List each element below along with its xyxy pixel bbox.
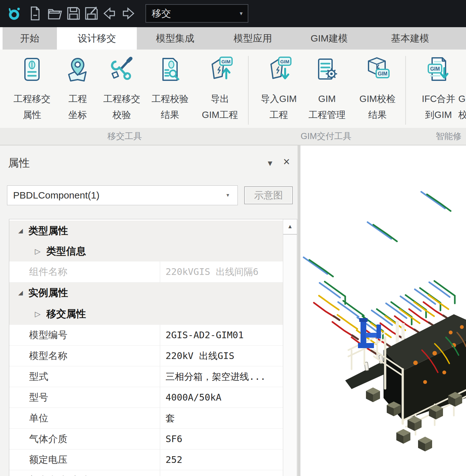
dropdown-caret-icon: ▾: [240, 5, 243, 22]
ribbon-item-import-gim[interactable]: GIM 导入GIM 工程: [252, 50, 306, 128]
ribbon-item-gim-check-results[interactable]: GIM GIM校检 结果: [350, 50, 405, 128]
properties-panel: 属性 ▼ × PBDLComponent(1) ▾ 示意图 ◢ 类型属性 ▷ 类…: [0, 145, 298, 476]
category-label: 实例属性: [28, 283, 68, 303]
panel-splitter[interactable]: [298, 145, 300, 476]
back-arrow-icon[interactable]: [102, 6, 117, 21]
property-row-unit[interactable]: 单位 套: [9, 408, 283, 429]
ribbon-tab-bar: 开始 设计移交 模型集成 模型应用 GIM建模 基本建模: [0, 27, 466, 50]
property-label: 单位: [9, 408, 160, 428]
ribbon-item-gim-project-manage[interactable]: GIM 工程管理: [300, 50, 354, 128]
tab-design-handover[interactable]: 设计移交: [57, 27, 137, 50]
ribbon-item-label: 结果: [350, 107, 405, 122]
component-selector-dropdown[interactable]: PBDLComponent(1) ▾: [7, 185, 238, 205]
tab-basic-modeling[interactable]: 基本建模: [378, 27, 442, 50]
tab-model-application[interactable]: 模型应用: [221, 27, 285, 50]
ribbon-item-label: 校: [458, 107, 466, 122]
panel-menu-caret-icon[interactable]: ▼: [266, 159, 274, 168]
ribbon-item-label: 工程校验: [143, 91, 197, 106]
ribbon-item-label: GIM校检: [350, 91, 405, 106]
property-row-model-number[interactable]: 模型编号 2GIS-AD2-GIM01: [9, 325, 283, 346]
property-label: 组件名称: [9, 261, 160, 282]
property-value[interactable]: 220kV 出线GIS: [160, 346, 283, 366]
property-value[interactable]: 三相分箱，架空进线...: [160, 366, 283, 387]
ribbon-item-label: 工程移交: [95, 91, 149, 106]
svg-text:GIM: GIM: [378, 71, 387, 76]
property-value[interactable]: 252: [160, 449, 283, 470]
save-icon[interactable]: [66, 6, 81, 21]
ribbon-item-handover-check[interactable]: 工程移交 校验: [95, 50, 149, 128]
tab-gim-modeling[interactable]: GIM建模: [297, 27, 361, 50]
property-value[interactable]: SF6: [160, 429, 283, 449]
property-row-configuration[interactable]: 型式 三相分箱，架空进线...: [9, 366, 283, 387]
tab-start[interactable]: 开始: [3, 27, 57, 50]
panel-close-icon[interactable]: ×: [283, 155, 290, 168]
ribbon-item-partial-cutoff[interactable]: G 校: [454, 50, 466, 128]
ribbon-item-label: 结果: [143, 107, 197, 122]
ribbon-item-export-gim[interactable]: GIM 导出 GIM工程: [193, 50, 247, 128]
tree-scrollbar[interactable]: ▲: [283, 219, 297, 476]
property-row-rated-current-partial[interactable]: 额定电流(出线) 400: [9, 470, 283, 476]
component-selector-value: PBDLComponent(1): [13, 186, 99, 205]
ribbon-item-label: 工程管理: [300, 107, 354, 122]
property-row-component-name[interactable]: 组件名称 220kVGIS 出线间隔6: [9, 261, 283, 283]
dropdown-caret-icon: ▾: [226, 186, 229, 205]
tools-icon: [109, 57, 135, 82]
ribbon-group-labels: 移交工具 GIM交付工具 智能修: [0, 128, 466, 145]
ribbon-item-label: 导出: [193, 91, 247, 106]
import-gim-icon: GIM: [266, 57, 291, 82]
doc-gear-icon: [314, 57, 340, 82]
svg-text:GIM: GIM: [430, 66, 440, 72]
app-logo: [7, 6, 22, 21]
svg-text:GIM: GIM: [280, 59, 289, 64]
scroll-up-icon[interactable]: ▲: [283, 219, 297, 235]
subcategory-label: 移交属性: [46, 304, 86, 324]
model-3d-viewport[interactable]: [300, 145, 466, 476]
collapse-expanded-icon[interactable]: ◢: [18, 283, 23, 303]
new-file-icon[interactable]: [27, 6, 43, 21]
subcategory-label: 类型信息: [46, 241, 86, 261]
schematic-button[interactable]: 示意图: [244, 186, 293, 204]
doc-properties-icon: [19, 57, 45, 82]
subcategory-row-handover-properties[interactable]: ▷ 移交属性: [9, 304, 283, 325]
ribbon-item-check-results[interactable]: 工程校验 结果: [143, 50, 197, 128]
property-row-model-type[interactable]: 型号 4000A/50kA: [9, 387, 283, 408]
save-as-icon[interactable]: [84, 6, 99, 21]
ribbon-item-label: 导入GIM: [252, 91, 306, 106]
ribbon-item-label: G: [458, 91, 466, 106]
property-value: 220kVGIS 出线间隔6: [160, 261, 283, 282]
property-label: 气体介质: [9, 429, 160, 449]
tab-model-integration[interactable]: 模型集成: [143, 27, 207, 50]
doc-search-icon: [157, 57, 183, 82]
forward-arrow-icon[interactable]: [121, 6, 136, 21]
property-value[interactable]: 套: [160, 408, 283, 428]
group-label-gim-delivery-tools: GIM交付工具: [281, 128, 371, 145]
property-value[interactable]: 400: [160, 470, 283, 476]
mode-dropdown-value: 移交: [152, 5, 171, 22]
property-row-gas-medium[interactable]: 气体介质 SF6: [9, 429, 283, 449]
property-label: 额定电压: [9, 449, 160, 470]
open-folder-icon[interactable]: [47, 6, 62, 21]
box-gim-icon: GIM: [365, 57, 390, 82]
ribbon-toolbar: 工程移交 属性 工程 坐标: [0, 50, 466, 128]
property-row-model-name[interactable]: 模型名称 220kV 出线GIS: [9, 346, 283, 366]
ribbon-item-label: GIM工程: [193, 107, 247, 122]
property-row-rated-voltage[interactable]: 额定电压 252: [9, 449, 283, 470]
category-row-type-properties[interactable]: ◢ 类型属性: [9, 221, 283, 241]
property-label: 模型编号: [9, 325, 160, 345]
property-label: 额定电流(出线): [9, 470, 160, 476]
property-value[interactable]: 2GIS-AD2-GIM01: [160, 325, 283, 345]
ribbon-item-label: 校验: [95, 107, 149, 122]
collapse-collapsed-icon[interactable]: ▷: [35, 241, 41, 261]
property-label: 型式: [9, 366, 160, 387]
collapse-expanded-icon[interactable]: ◢: [18, 221, 23, 241]
category-row-instance-properties[interactable]: ◢ 实例属性: [9, 283, 283, 304]
ifc-merge-gim-icon: GIM: [426, 57, 451, 82]
property-label: 型号: [9, 387, 160, 408]
property-value[interactable]: 4000A/50kA: [160, 387, 283, 408]
mode-dropdown[interactable]: 移交 ▾: [145, 4, 248, 23]
ribbon-item-label: 工程: [252, 107, 306, 122]
property-label: 模型名称: [9, 346, 160, 366]
collapse-collapsed-icon[interactable]: ▷: [35, 304, 41, 324]
group-label-smart-repair: 智能修: [436, 128, 466, 145]
subcategory-row-type-info[interactable]: ▷ 类型信息: [9, 241, 283, 261]
